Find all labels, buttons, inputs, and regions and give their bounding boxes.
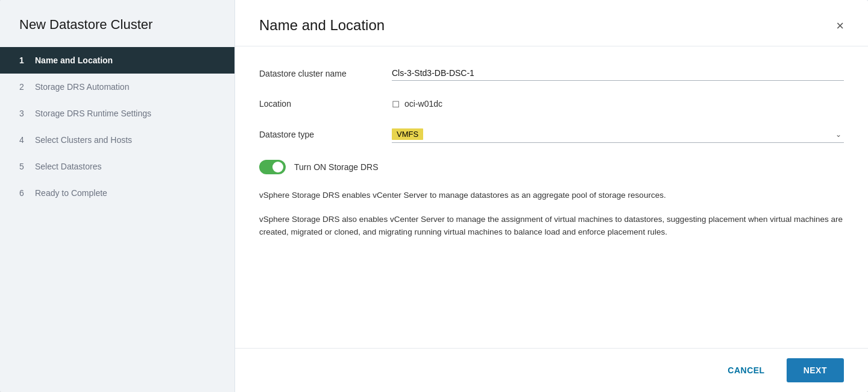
datastore-type-row: Datastore type VMFS ⌄ xyxy=(259,126,844,143)
location-label: Location xyxy=(259,99,392,109)
location-text: oci-w01dc xyxy=(404,99,442,109)
toggle-slider xyxy=(259,160,286,174)
storage-drs-toggle-label: Turn ON Storage DRS xyxy=(294,162,379,172)
sidebar-step-5[interactable]: 5 Select Datastores xyxy=(0,153,234,180)
step-label: Select Datastores xyxy=(35,162,102,171)
location-row: Location ◻ oci-w01dc xyxy=(259,98,844,109)
step-number: 5 xyxy=(19,162,30,171)
main-panel: Name and Location × Datastore cluster na… xyxy=(235,0,868,392)
vmfs-highlight: VMFS xyxy=(392,128,423,140)
dropdown-arrow-icon: ⌄ xyxy=(835,130,841,139)
main-body: Datastore cluster name Location ◻ oci-w0… xyxy=(235,46,868,348)
main-footer: CANCEL NEXT xyxy=(235,348,868,392)
sidebar-step-6[interactable]: 6 Ready to Complete xyxy=(0,180,234,206)
steps-list: 1 Name and Location 2 Storage DRS Automa… xyxy=(0,47,234,206)
datastore-type-display[interactable]: VMFS ⌄ xyxy=(392,126,844,142)
sidebar: New Datastore Cluster 1 Name and Locatio… xyxy=(0,0,235,392)
step-label: Ready to Complete xyxy=(35,188,107,198)
location-display: ◻ oci-w01dc xyxy=(392,98,844,109)
sidebar-step-3[interactable]: 3 Storage DRS Runtime Settings xyxy=(0,100,234,127)
storage-drs-toggle-row: Turn ON Storage DRS xyxy=(259,160,844,174)
sidebar-step-4[interactable]: 4 Select Clusters and Hosts xyxy=(0,127,234,153)
datastore-type-label: Datastore type xyxy=(259,130,392,139)
step-number: 2 xyxy=(19,82,30,92)
step-number: 1 xyxy=(19,55,30,65)
main-header: Name and Location × xyxy=(235,0,868,46)
cluster-name-input[interactable] xyxy=(392,66,844,81)
sidebar-step-1[interactable]: 1 Name and Location xyxy=(0,47,234,74)
next-button[interactable]: NEXT xyxy=(787,358,844,382)
step-number: 6 xyxy=(19,188,30,198)
cluster-name-value xyxy=(392,66,844,81)
step-label: Name and Location xyxy=(35,55,113,65)
description-1: vSphere Storage DRS enables vCenter Serv… xyxy=(259,189,844,202)
step-number: 3 xyxy=(19,109,30,118)
new-datastore-cluster-dialog: New Datastore Cluster 1 Name and Locatio… xyxy=(0,0,868,392)
description-2: vSphere Storage DRS also enables vCenter… xyxy=(259,213,844,239)
datastore-type-value: VMFS ⌄ xyxy=(392,126,844,143)
cluster-name-row: Datastore cluster name xyxy=(259,66,844,81)
datacenter-icon: ◻ xyxy=(392,98,400,109)
step-label: Storage DRS Runtime Settings xyxy=(35,109,151,118)
step-label: Select Clusters and Hosts xyxy=(35,135,132,145)
step-label: Storage DRS Automation xyxy=(35,82,129,92)
sidebar-step-2[interactable]: 2 Storage DRS Automation xyxy=(0,74,234,100)
datastore-type-dropdown-wrapper: VMFS ⌄ xyxy=(392,126,844,143)
sidebar-title: New Datastore Cluster xyxy=(0,0,234,47)
cluster-name-label: Datastore cluster name xyxy=(259,69,392,78)
storage-drs-toggle[interactable] xyxy=(259,160,286,174)
location-value: ◻ oci-w01dc xyxy=(392,98,844,109)
main-title: Name and Location xyxy=(259,17,385,34)
cancel-button[interactable]: CANCEL xyxy=(715,359,776,381)
close-button[interactable]: × xyxy=(836,19,844,33)
step-number: 4 xyxy=(19,135,30,145)
